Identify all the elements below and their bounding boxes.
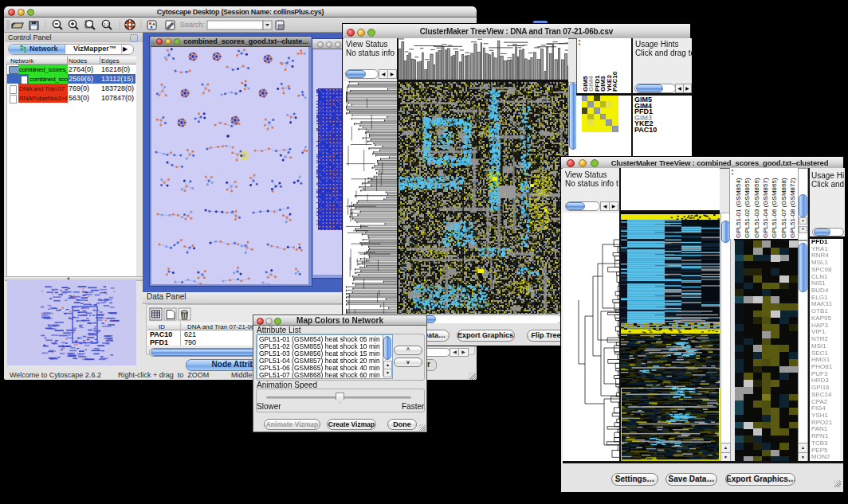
svg-text:Search:: Search:: [180, 21, 205, 29]
svg-text:1:1: 1:1: [104, 22, 109, 27]
